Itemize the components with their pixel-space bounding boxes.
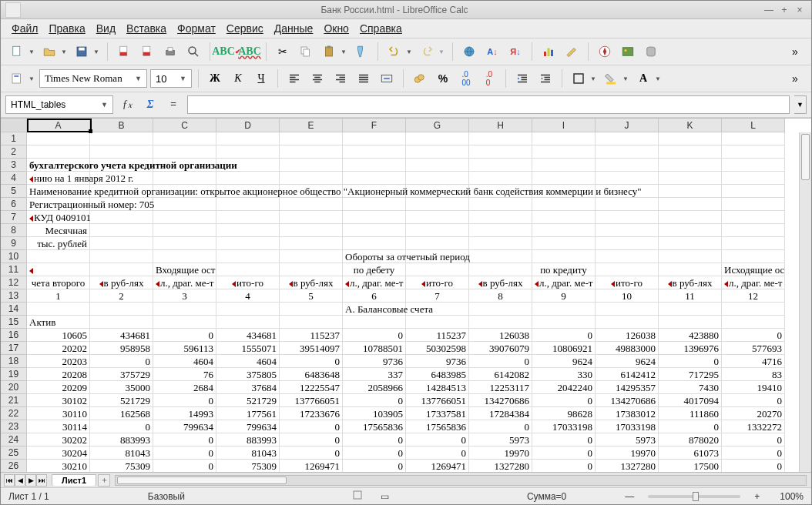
cell-G1[interactable] (406, 132, 469, 145)
cell-A11[interactable] (27, 263, 90, 276)
cell-H12[interactable]: в руб-лях (469, 276, 532, 289)
currency-button[interactable] (410, 69, 430, 89)
auto-spellcheck-button[interactable]: ABC (240, 42, 260, 62)
font-name-combo[interactable]: Times New Roman ▼ (39, 69, 147, 88)
cell-B21[interactable]: 521729 (90, 394, 153, 407)
cell-I2[interactable] (532, 145, 596, 159)
name-box[interactable]: HTML_tables ▼ (5, 95, 113, 114)
cell-A2[interactable] (27, 145, 90, 159)
cell-E19[interactable]: 6483648 (280, 368, 343, 381)
cell-K14[interactable] (659, 303, 722, 316)
print-button[interactable] (160, 42, 180, 62)
cell-J19[interactable]: 6142412 (596, 368, 659, 381)
cell-J25[interactable]: 19970 (596, 446, 659, 460)
cell-C25[interactable]: 0 (153, 446, 216, 460)
save-dropdown[interactable]: ▼ (92, 48, 101, 55)
maximize-button[interactable]: + (779, 5, 790, 15)
row-header-25[interactable]: 25 (1, 446, 27, 460)
cell-L26[interactable]: 0 (722, 460, 785, 472)
cell-K5[interactable] (659, 185, 722, 198)
menu-help[interactable]: Справка (355, 21, 407, 36)
col-header-A[interactable]: A (27, 119, 90, 132)
cell-A17[interactable]: 20202 (27, 342, 90, 355)
cell-C14[interactable] (153, 303, 216, 316)
cell-H9[interactable] (469, 237, 532, 250)
cell-E2[interactable] (280, 145, 343, 159)
row-header-4[interactable]: 4 (1, 172, 27, 185)
cell-K18[interactable]: 0 (659, 355, 722, 368)
cell-D12[interactable]: ито-го (216, 276, 280, 289)
cell-B12[interactable]: в руб-лях (90, 276, 153, 289)
cell-C24[interactable]: 0 (153, 433, 216, 446)
cell-A16[interactable]: 10605 (27, 329, 90, 342)
cell-G16[interactable]: 115237 (406, 329, 469, 342)
scrollbar-thumb[interactable] (801, 134, 810, 180)
cell-H11[interactable] (469, 263, 532, 276)
cell-F16[interactable]: 0 (343, 329, 406, 342)
cell-G4[interactable] (406, 172, 469, 185)
row-header-1[interactable]: 1 (1, 132, 27, 145)
styles-dropdown[interactable]: ▼ (27, 75, 36, 82)
cell-C19[interactable]: 76 (153, 368, 216, 381)
cell-A26[interactable]: 30210 (27, 460, 90, 472)
cell-H14[interactable] (469, 303, 532, 316)
cell-G12[interactable]: ито-го (406, 276, 469, 289)
cell-B23[interactable]: 0 (90, 420, 153, 433)
cell-F18[interactable]: 9736 (343, 355, 406, 368)
underline-button[interactable]: Ч (251, 69, 271, 89)
cell-J18[interactable]: 9624 (596, 355, 659, 368)
cell-I11[interactable]: по кредиту (532, 263, 596, 276)
new-doc-button[interactable] (7, 42, 27, 62)
undo-button[interactable] (384, 42, 404, 62)
zoom-in-button[interactable]: + (754, 491, 760, 502)
redo-button[interactable] (417, 42, 437, 62)
cell-L3[interactable] (722, 159, 785, 172)
cell-E24[interactable]: 0 (280, 433, 343, 446)
cell-I16[interactable]: 0 (532, 329, 596, 342)
add-decimal-button[interactable]: .000 (456, 69, 476, 89)
italic-button[interactable]: К (228, 69, 248, 89)
cell-H23[interactable]: 0 (469, 420, 532, 433)
cell-J16[interactable]: 126038 (596, 329, 659, 342)
new-doc-dropdown[interactable]: ▼ (27, 48, 36, 55)
cell-I1[interactable] (532, 132, 596, 145)
cell-I8[interactable] (532, 224, 596, 237)
cell-G20[interactable]: 14284513 (406, 381, 469, 394)
tab-nav-first[interactable]: ⏮ (4, 474, 15, 487)
select-all-corner[interactable] (1, 119, 27, 132)
cell-K24[interactable]: 878020 (659, 433, 722, 446)
cell-E26[interactable]: 1269471 (280, 460, 343, 472)
cell-J17[interactable]: 49883000 (596, 342, 659, 355)
cell-G3[interactable] (406, 159, 469, 172)
col-header-D[interactable]: D (216, 119, 280, 132)
cell-J21[interactable]: 134270686 (596, 394, 659, 407)
minimize-button[interactable]: — (763, 5, 774, 15)
cell-A21[interactable]: 30102 (27, 394, 90, 407)
col-header-F[interactable]: F (343, 119, 406, 132)
cell-A12[interactable]: чета второго (27, 276, 90, 289)
cell-D18[interactable]: 4604 (216, 355, 280, 368)
cell-L6[interactable] (722, 198, 785, 211)
merge-cells-button[interactable] (377, 69, 397, 89)
gallery-button[interactable] (618, 42, 638, 62)
remove-decimal-button[interactable]: .00 (479, 69, 499, 89)
toolbar-overflow-button-2[interactable]: » (785, 69, 805, 89)
align-right-button[interactable] (331, 69, 351, 89)
cell-K3[interactable] (659, 159, 722, 172)
cell-G23[interactable]: 17565836 (406, 420, 469, 433)
cell-K15[interactable] (659, 316, 722, 329)
zoom-value[interactable]: 100% (780, 491, 804, 502)
borders-dropdown[interactable]: ▼ (589, 75, 598, 82)
cell-I9[interactable] (532, 237, 596, 250)
cell-H22[interactable]: 17284384 (469, 407, 532, 420)
cell-B16[interactable]: 434681 (90, 329, 153, 342)
cell-A1[interactable] (27, 132, 90, 145)
row-header-10[interactable]: 10 (1, 250, 27, 263)
copy-button[interactable] (296, 42, 316, 62)
cell-H19[interactable]: 6142082 (469, 368, 532, 381)
cell-J10[interactable] (596, 250, 659, 263)
cell-J7[interactable] (596, 211, 659, 224)
cell-B10[interactable] (90, 250, 153, 263)
cell-C9[interactable] (153, 237, 216, 250)
cell-H15[interactable] (469, 316, 532, 329)
